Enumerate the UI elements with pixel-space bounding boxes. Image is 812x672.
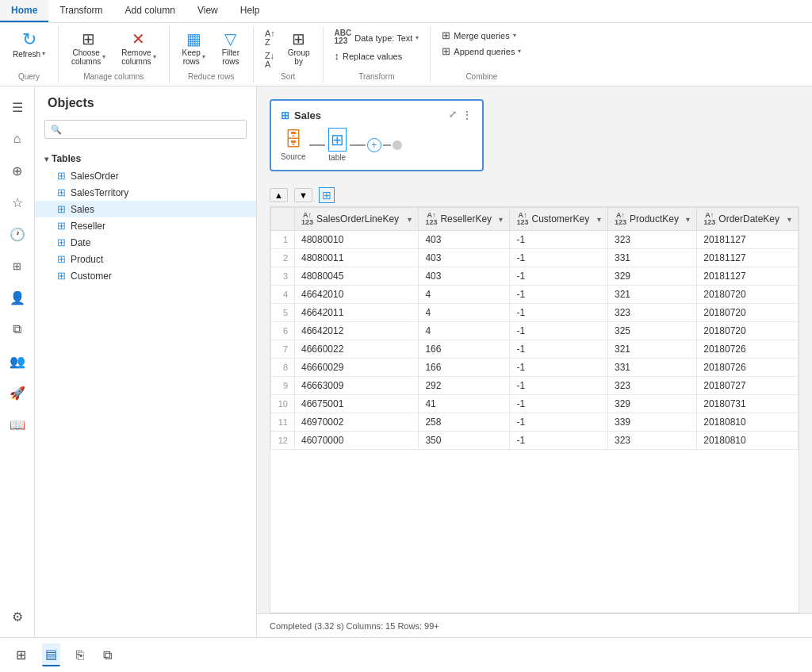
sidebar-tree: ▾ Tables ⊞ SalesOrder ⊞ SalesTerritory ⊞… xyxy=(35,144,256,290)
cell-rownum: 10 xyxy=(271,395,295,413)
data-type-icon: ABC123 xyxy=(335,29,352,45)
cell-customerkey: -1 xyxy=(510,432,607,450)
tab-add-column[interactable]: Add column xyxy=(114,0,186,22)
cell-resellerkey: 4 xyxy=(419,286,510,304)
tab-help[interactable]: Help xyxy=(229,0,271,22)
cell-orderdatekey: 20180726 xyxy=(697,340,799,359)
nav-menu[interactable]: ☰ xyxy=(3,93,32,121)
tables-section-header[interactable]: ▾ Tables xyxy=(35,150,256,167)
bottom-layout-icon[interactable]: ⧉ xyxy=(100,645,115,666)
remove-columns-arrow: ▾ xyxy=(153,53,156,60)
cell-resellerkey: 403 xyxy=(419,231,510,249)
sidebar-item-reseller[interactable]: ⊞ Reseller xyxy=(35,217,256,234)
connector-line xyxy=(309,144,325,146)
cell-orderdatekey: 20180720 xyxy=(697,304,799,322)
add-step-button[interactable]: + xyxy=(367,138,381,152)
status-bar: Completed (3.32 s) Columns: 15 Rows: 99+ xyxy=(257,613,812,637)
tab-transform[interactable]: Transform xyxy=(48,0,113,22)
sidebar-item-customer[interactable]: ⊞ Customer xyxy=(35,267,256,284)
cell-resellerkey: 258 xyxy=(419,413,510,432)
cell-customerkey: -1 xyxy=(510,304,607,322)
filter-rows-button[interactable]: ▽ Filter rows xyxy=(215,28,247,69)
sort-az-icon: A↑Z xyxy=(265,29,275,47)
sidebar-item-salesterritory[interactable]: ⊞ SalesTerritory xyxy=(35,184,256,201)
append-queries-button[interactable]: ⊞ Append queries ▾ xyxy=(437,44,526,58)
cell-customerkey: -1 xyxy=(510,286,607,304)
sidebar-item-product[interactable]: ⊞ Product xyxy=(35,251,256,267)
grid-nav-up[interactable]: ▲ xyxy=(270,188,288,202)
sort-za-button[interactable]: Z↓A xyxy=(260,50,280,71)
nav-book[interactable]: 📖 xyxy=(3,410,32,439)
group-by-icon: ⊞ xyxy=(292,31,305,47)
more-options-icon[interactable]: ⋮ xyxy=(462,109,473,121)
nav-add[interactable]: ⊕ xyxy=(3,156,32,185)
cell-orderdatekey: 20181127 xyxy=(697,249,799,267)
col-filter-salesorderlinekey[interactable]: ▾ xyxy=(408,215,412,224)
sidebar-item-sales[interactable]: ⊞ Sales xyxy=(35,201,256,217)
bottom-grid-icon[interactable]: ▤ xyxy=(42,643,60,666)
remove-columns-button[interactable]: ✕ Remove columns ▾ xyxy=(115,28,162,69)
choose-columns-button[interactable]: ⊞ Choose columns ▾ xyxy=(65,28,112,69)
table-step[interactable]: ⊞ table xyxy=(328,128,347,162)
cell-rownum: 12 xyxy=(271,432,295,450)
cell-salesorderlinekey: 48080010 xyxy=(295,231,419,249)
sort-az-button[interactable]: A↑Z xyxy=(260,28,280,48)
append-queries-label: Append queries xyxy=(454,47,515,56)
nav-recent[interactable]: 🕐 xyxy=(3,220,32,248)
transform-group-label: Transform xyxy=(330,71,424,81)
expand-icon[interactable]: ⤢ xyxy=(449,109,457,121)
sidebar-item-salesorder[interactable]: ⊞ SalesOrder xyxy=(35,167,256,184)
tab-home[interactable]: Home xyxy=(0,0,48,22)
bottom-table-icon[interactable]: ⊞ xyxy=(13,644,29,666)
data-type-button[interactable]: ABC123 Data type: Text ▾ xyxy=(330,28,424,47)
cell-resellerkey: 41 xyxy=(419,395,510,413)
cell-salesorderlinekey: 46642011 xyxy=(295,304,419,322)
combine-group-label: Combine xyxy=(437,71,526,81)
keep-rows-button[interactable]: ▦ Keep rows ▾ xyxy=(176,28,212,69)
nav-apps[interactable]: ⊞ xyxy=(3,252,32,280)
merge-queries-icon: ⊞ xyxy=(442,30,450,40)
query-canvas: ⊞ Sales ⤢ ⋮ 🗄 Source xyxy=(257,86,812,184)
nav-layers[interactable]: ⧉ xyxy=(3,315,32,344)
nav-person[interactable]: 👤 xyxy=(3,283,32,312)
table-body: 1 48080010 403 -1 323 20181127 2 4808001… xyxy=(271,231,799,450)
nav-home[interactable]: ⌂ xyxy=(3,125,32,153)
source-step[interactable]: 🗄 Source xyxy=(281,129,306,161)
filter-rows-label: Filter rows xyxy=(222,48,239,66)
keep-rows-icon: ▦ xyxy=(186,31,201,47)
grid-nav-down[interactable]: ▼ xyxy=(294,188,312,202)
query-card-body: 🗄 Source ⊞ table + xyxy=(281,128,473,162)
col-header-orderdatekey: A↑123 OrderDateKey ▾ xyxy=(697,208,799,231)
search-input[interactable] xyxy=(44,120,247,139)
sidebar-item-date[interactable]: ⊞ Date xyxy=(35,234,256,251)
group-by-button[interactable]: ⊞ Group by xyxy=(282,28,316,69)
refresh-button[interactable]: ↻ Refresh ▾ xyxy=(6,28,52,62)
cell-orderdatekey: 20180726 xyxy=(697,359,799,377)
nav-starred[interactable]: ☆ xyxy=(3,188,32,217)
nav-users[interactable]: 👥 xyxy=(3,347,32,375)
ribbon-group-manage-columns: ⊞ Choose columns ▾ ✕ Remove columns ▾ Ma… xyxy=(59,26,170,83)
col-filter-customerkey[interactable]: ▾ xyxy=(597,215,601,224)
bottom-copy-icon[interactable]: ⎘ xyxy=(73,645,87,666)
table-row: 5 46642011 4 -1 323 20180720 xyxy=(271,304,799,322)
nav-settings[interactable]: ⚙ xyxy=(3,602,32,631)
ribbon-group-query: ↻ Refresh ▾ Query xyxy=(0,26,59,83)
col-filter-resellerkey[interactable]: ▾ xyxy=(499,215,503,224)
query-table-icon: ⊞ xyxy=(281,109,289,121)
refresh-icon: ↻ xyxy=(22,31,36,48)
query-card-actions: ⤢ ⋮ xyxy=(449,109,473,121)
cell-orderdatekey: 20181127 xyxy=(697,267,799,286)
source-label: Source xyxy=(281,152,306,161)
tables-section-label: Tables xyxy=(52,153,81,164)
col-filter-orderdatekey[interactable]: ▾ xyxy=(787,215,791,224)
append-queries-icon: ⊞ xyxy=(442,46,450,56)
replace-values-button[interactable]: ↕ Replace values xyxy=(330,48,408,63)
ribbon-group-transform: ABC123 Data type: Text ▾ ↕ Replace value… xyxy=(324,26,431,83)
cell-salesorderlinekey: 46675001 xyxy=(295,395,419,413)
cell-salesorderlinekey: 46642010 xyxy=(295,286,419,304)
merge-queries-button[interactable]: ⊞ Merge queries ▾ xyxy=(437,28,520,42)
col-filter-productkey[interactable]: ▾ xyxy=(686,215,690,224)
nav-rocket[interactable]: 🚀 xyxy=(3,378,32,407)
tab-view[interactable]: View xyxy=(186,0,229,22)
table-header: A↑123 SalesOrderLineKey ▾ A↑123 Reseller… xyxy=(271,208,799,231)
